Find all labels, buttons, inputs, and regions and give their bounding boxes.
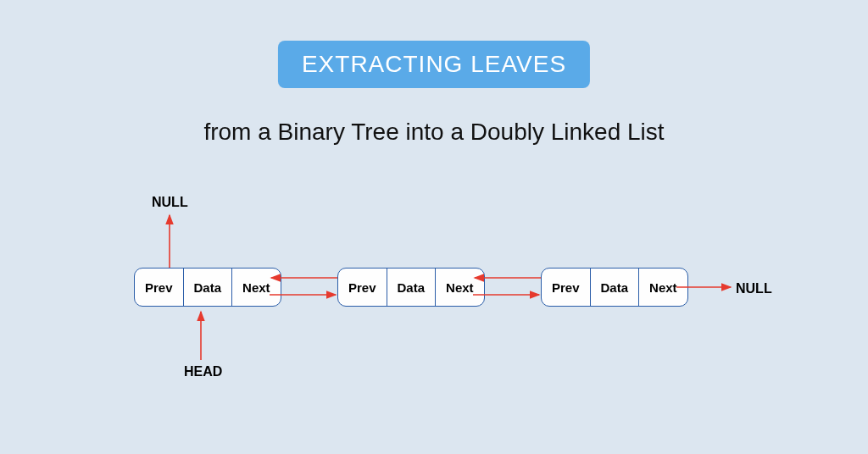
node1-data: Data — [184, 269, 233, 306]
null-right-label: NULL — [736, 281, 772, 296]
node3-data: Data — [591, 269, 640, 306]
dll-node-3: Prev Data Next — [541, 268, 688, 307]
dll-node-1: Prev Data Next — [134, 268, 281, 307]
node3-next: Next — [639, 269, 687, 306]
node3-prev: Prev — [542, 269, 591, 306]
dll-node-2: Prev Data Next — [337, 268, 485, 307]
dll-diagram: NULL NULL HEAD Prev Data Next Prev Data … — [0, 186, 868, 424]
node1-next: Next — [232, 269, 281, 306]
node2-data: Data — [387, 269, 437, 306]
node1-prev: Prev — [135, 269, 184, 306]
title-badge: EXTRACTING LEAVES — [278, 41, 590, 88]
null-top-label: NULL — [152, 195, 188, 210]
node2-next: Next — [436, 269, 484, 306]
subtitle-text: from a Binary Tree into a Doubly Linked … — [203, 119, 664, 146]
node2-prev: Prev — [338, 269, 387, 306]
head-label: HEAD — [184, 364, 222, 379]
